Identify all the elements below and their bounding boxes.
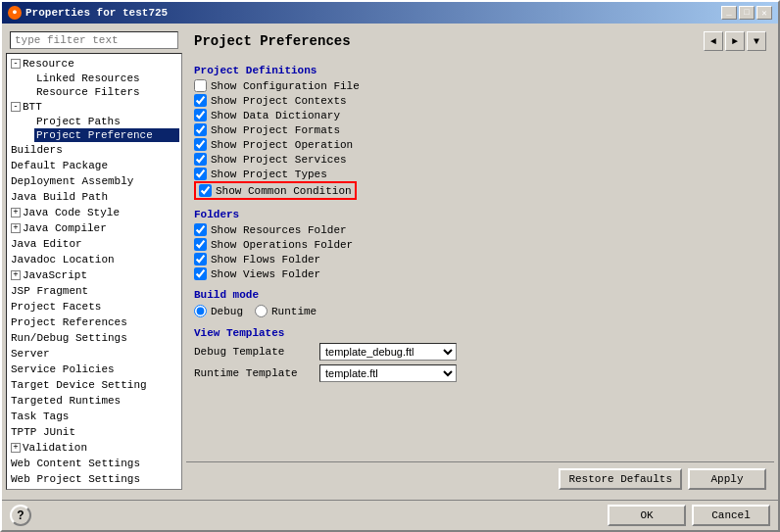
expander-java-code-style[interactable]: + [11, 208, 21, 218]
tree-item-builders[interactable]: Builders [9, 142, 179, 158]
tree-item-java-code-style[interactable]: + Java Code Style [9, 205, 179, 220]
tree-item-service-policies[interactable]: Service Policies [9, 362, 179, 377]
tree-label-server: Server [11, 348, 50, 360]
content-area: - Resource Linked Resources Resource Fil… [2, 24, 778, 500]
checkbox-show-operations-folder[interactable] [194, 238, 207, 251]
checkbox-show-common-condition[interactable] [199, 184, 212, 197]
tree-item-validation[interactable]: + Validation [9, 440, 179, 456]
runtime-template-row: Runtime Template template.ftl [194, 363, 766, 384]
row-show-project-services: Show Project Services [194, 152, 766, 167]
cancel-button[interactable]: Cancel [692, 505, 770, 526]
tree-item-tptp-junit[interactable]: TPTP JUnit [9, 424, 179, 440]
tree-item-jsp-fragment[interactable]: JSP Fragment [9, 283, 179, 299]
runtime-template-label: Runtime Template [194, 367, 312, 379]
window-title: Properties for test725 [25, 7, 168, 19]
filter-bar [6, 27, 182, 53]
tree-label-project-references: Project References [11, 316, 127, 328]
tree-item-project-preferences[interactable]: Project Preference [34, 128, 179, 142]
tree-item-default-package[interactable]: Default Package [9, 158, 179, 173]
dropdown-button[interactable]: ▼ [747, 31, 766, 51]
row-show-data-dictionary: Show Data Dictionary [194, 108, 766, 122]
checkbox-show-project-formats[interactable] [194, 123, 207, 136]
title-bar-left: ● Properties for test725 [8, 6, 168, 20]
expander-btt[interactable]: - [11, 102, 21, 112]
tree-item-java-compiler[interactable]: + Java Compiler [9, 220, 179, 236]
restore-defaults-button[interactable]: Restore Defaults [559, 468, 682, 490]
right-panel: Project Preferences ◄ ► ▼ Project Defini… [186, 27, 774, 496]
label-show-views-folder: Show Views Folder [211, 268, 320, 280]
checkbox-show-config-file[interactable] [194, 79, 207, 92]
apply-button[interactable]: Apply [688, 468, 766, 490]
checkbox-show-views-folder[interactable] [194, 267, 207, 280]
main-window: ● Properties for test725 _ □ ✕ - Resourc… [0, 0, 780, 532]
back-button[interactable]: ◄ [704, 31, 723, 51]
tree-label-target-device-setting: Target Device Setting [11, 379, 147, 391]
label-show-project-formats: Show Project Formats [211, 124, 340, 136]
row-show-project-contexts: Show Project Contexts [194, 93, 766, 108]
tree-item-task-tags[interactable]: Task Tags [9, 409, 179, 424]
close-button[interactable]: ✕ [756, 6, 772, 20]
minimize-button[interactable]: _ [721, 6, 737, 20]
checkbox-show-resources-folder[interactable] [194, 223, 207, 236]
expander-resource[interactable]: - [11, 59, 21, 69]
checkbox-show-flows-folder[interactable] [194, 253, 207, 266]
checkbox-show-project-types[interactable] [194, 168, 207, 180]
tree-children-btt: Project Paths Project Preference [21, 115, 179, 142]
row-show-operations-folder: Show Operations Folder [194, 237, 766, 252]
tree-label-builders: Builders [11, 144, 63, 156]
tree-item-project-paths[interactable]: Project Paths [34, 115, 179, 128]
tree-item-web-content-settings[interactable]: Web Content Settings [9, 456, 179, 471]
left-wrapper: - Resource Linked Resources Resource Fil… [6, 27, 182, 496]
tree-item-java-editor[interactable]: Java Editor [9, 236, 179, 252]
panel-title: Project Preferences [194, 33, 351, 49]
tree-item-java-build-path[interactable]: Java Build Path [9, 189, 179, 205]
row-show-config-file: Show Configuration File [194, 78, 766, 93]
filter-input[interactable] [10, 31, 178, 49]
right-content: Project Definitions Show Configuration F… [186, 55, 774, 461]
tree-item-web-project-settings[interactable]: Web Project Settings [9, 471, 179, 487]
tree-item-project-references[interactable]: Project References [9, 314, 179, 330]
row-show-project-types: Show Project Types [194, 167, 766, 181]
nav-buttons: ◄ ► ▼ [704, 31, 766, 51]
label-show-operations-folder: Show Operations Folder [211, 239, 353, 251]
checkbox-show-project-operation[interactable] [194, 138, 207, 151]
expander-javascript[interactable]: + [11, 270, 21, 280]
ok-button[interactable]: OK [608, 505, 686, 526]
tree-item-target-device-setting[interactable]: Target Device Setting [9, 377, 179, 393]
checkbox-show-project-services[interactable] [194, 153, 207, 166]
tree-item-resource-filters[interactable]: Resource Filters [34, 85, 179, 99]
tree-label-deployment-assembly: Deployment Assembly [11, 175, 133, 187]
tree-label-java-editor: Java Editor [11, 238, 82, 250]
label-show-project-types: Show Project Types [211, 169, 327, 180]
expander-validation[interactable]: + [11, 443, 21, 453]
row-show-resources-folder: Show Resources Folder [194, 222, 766, 237]
checkbox-show-data-dictionary[interactable] [194, 109, 207, 121]
tree-item-project-facets[interactable]: Project Facets [9, 299, 179, 314]
tree-item-targeted-runtimes[interactable]: Targeted Runtimes [9, 393, 179, 409]
runtime-template-select[interactable]: template.ftl [319, 364, 457, 382]
action-buttons: Restore Defaults Apply [186, 461, 774, 496]
checkbox-show-project-contexts[interactable] [194, 94, 207, 107]
debug-template-label: Debug Template [194, 346, 312, 358]
tree-item-linked-resources[interactable]: Linked Resources [34, 72, 179, 85]
tree-item-server[interactable]: Server [9, 346, 179, 362]
forward-button[interactable]: ► [725, 31, 745, 51]
label-show-resources-folder: Show Resources Folder [211, 224, 347, 236]
radio-debug-row: Debug [194, 305, 243, 317]
ok-cancel-group: OK Cancel [608, 505, 770, 526]
radio-debug[interactable] [194, 305, 207, 317]
maximize-button[interactable]: □ [739, 6, 755, 20]
tree-item-run-debug-settings[interactable]: Run/Debug Settings [9, 330, 179, 346]
tree-item-javascript[interactable]: + JavaScript [9, 267, 179, 283]
tree-label-service-policies: Service Policies [11, 363, 115, 375]
tree-item-deployment-assembly[interactable]: Deployment Assembly [9, 173, 179, 189]
tree-item-javadoc-location[interactable]: Javadoc Location [9, 252, 179, 267]
tree-item-resource[interactable]: - Resource [9, 56, 179, 72]
section-build-mode: Build mode [194, 289, 766, 301]
bottom-bar: ? OK Cancel [2, 500, 778, 530]
help-button[interactable]: ? [10, 505, 31, 526]
expander-java-compiler[interactable]: + [11, 223, 21, 233]
radio-runtime[interactable] [255, 305, 268, 317]
tree-item-btt[interactable]: - BTT [9, 99, 179, 115]
debug-template-select[interactable]: template_debug.ftl [319, 343, 457, 361]
